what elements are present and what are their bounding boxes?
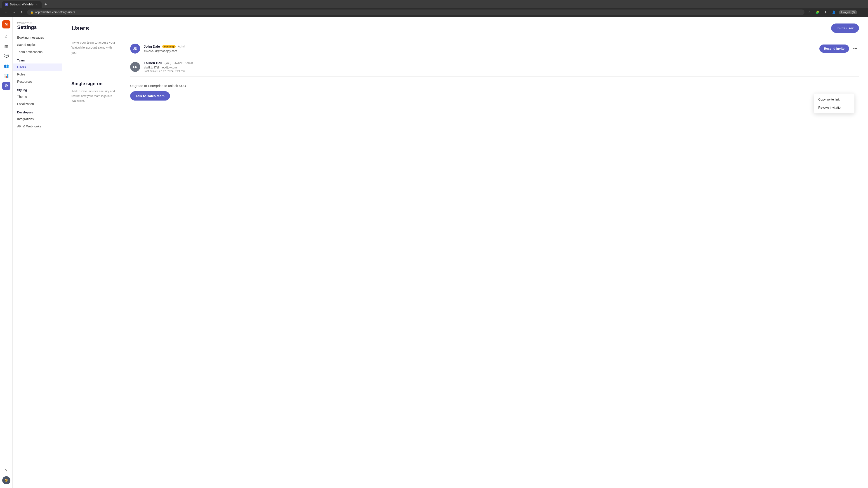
team-notifications-label: Team notifications (17, 50, 42, 54)
sidebar-workspace: Moodjoy7434 (17, 21, 58, 24)
sso-upgrade-text: Upgrade to Enterprise to unlock SSO (130, 84, 859, 88)
users-list: JD John Dale Pending Admin 404a6a0d@mood… (130, 40, 859, 76)
user-email: ebd11c37@moodjoy.com (144, 66, 855, 69)
sso-upgrade: Upgrade to Enterprise to unlock SSO Talk… (130, 81, 859, 103)
avatar: LD (130, 62, 140, 72)
roles-label: Roles (17, 72, 25, 76)
user-name: John Dale (144, 44, 160, 48)
icon-sidebar: M ⌂ ▦ 💬 👥 📊 ⚙ ? 🐱 (0, 17, 13, 488)
localization-label: Localization (17, 102, 34, 106)
sidebar-item-resources[interactable]: Resources (13, 78, 62, 85)
booking-messages-label: Booking messages (17, 36, 44, 39)
api-webhooks-label: API & Webhooks (17, 125, 41, 128)
settings-icon-btn[interactable]: ⚙ (2, 82, 10, 90)
browser-nav-bar: ← → ↻ 🔒 app.waitwhile.com/settings/users… (0, 8, 868, 17)
table-row: JD John Dale Pending Admin 404a6a0d@mood… (130, 40, 859, 57)
developers-section-header: Developers (13, 107, 62, 116)
integrations-label: Integrations (17, 117, 34, 121)
sso-description: Add SSO to improve security and restrict… (71, 89, 121, 103)
calendar-icon-btn[interactable]: ▦ (2, 42, 10, 50)
sidebar-item-saved-replies[interactable]: Saved replies (13, 41, 62, 48)
user-actions: Resend invite ••• (819, 44, 859, 53)
team-section-header: Team (13, 56, 62, 64)
bookmark-button[interactable]: ☆ (806, 9, 813, 15)
active-tab[interactable]: M Settings | Waitwhile ✕ (2, 1, 41, 8)
more-dots-icon: ••• (853, 46, 858, 51)
incognito-badge: Incognito (2) (839, 10, 857, 14)
users-container: Invite your team to access your Waitwhil… (71, 40, 859, 76)
talk-to-sales-button[interactable]: Talk to sales team (130, 91, 170, 101)
users-icon-btn[interactable]: 👥 (2, 62, 10, 70)
revoke-invitation-item[interactable]: Revoke invitation (814, 103, 855, 111)
user-email: 404a6a0d@moodjoy.com (144, 49, 816, 53)
table-row: LD Lauren Deli (You) Owner Admin ebd11c3… (130, 57, 859, 76)
new-tab-button[interactable]: + (42, 1, 49, 8)
sidebar-item-theme[interactable]: Theme (13, 93, 62, 100)
tab-group: M Settings | Waitwhile ✕ (2, 1, 41, 8)
sidebar-item-api-webhooks[interactable]: API & Webhooks (13, 123, 62, 130)
extensions-button[interactable]: 🧩 (814, 9, 821, 15)
profile-button[interactable]: 👤 (831, 9, 837, 15)
user-name-row: John Dale Pending Admin (144, 44, 816, 48)
download-button[interactable]: ⬇ (823, 9, 829, 15)
user-name: Lauren Deli (144, 61, 162, 65)
invite-user-button[interactable]: Invite user (831, 24, 859, 33)
theme-label: Theme (17, 95, 27, 98)
back-button[interactable]: ← (3, 9, 9, 15)
user-role: Admin (178, 45, 186, 48)
user-name-row: Lauren Deli (You) Owner Admin (144, 61, 855, 65)
logo-button[interactable]: M (2, 20, 10, 29)
user-last-active: Last active Feb 12, 2024, 09:17pm (144, 70, 855, 73)
main-sidebar: Moodjoy7434 Settings Booking messages Sa… (13, 17, 62, 488)
styling-section-header: Styling (13, 85, 62, 93)
nav-actions: ☆ 🧩 ⬇ 👤 Incognito (2) ⋮ (806, 9, 865, 15)
dropdown-menu: Copy invite link Revoke invitation (814, 94, 855, 113)
sso-info: Single sign-on Add SSO to improve securi… (71, 81, 121, 103)
more-options-button[interactable]: ••• (852, 45, 859, 52)
sidebar-header: Moodjoy7434 Settings (13, 21, 62, 34)
user-info: John Dale Pending Admin 404a6a0d@moodjoy… (144, 44, 816, 53)
sidebar-item-integrations[interactable]: Integrations (13, 116, 62, 123)
home-icon-btn[interactable]: ⌂ (2, 32, 10, 40)
help-icon-btn[interactable]: ? (2, 466, 10, 475)
chat-icon-btn[interactable]: 💬 (2, 52, 10, 60)
saved-replies-label: Saved replies (17, 43, 36, 46)
browser-chrome: M Settings | Waitwhile ✕ + ← → ↻ 🔒 app.w… (0, 0, 868, 17)
address-text: app.waitwhile.com/settings/users (35, 11, 75, 14)
resources-label: Resources (17, 80, 32, 84)
user-avatar-btn[interactable]: 🐱 (2, 476, 10, 484)
analytics-icon-btn[interactable]: 📊 (2, 72, 10, 80)
address-bar[interactable]: 🔒 app.waitwhile.com/settings/users (27, 9, 804, 15)
reload-button[interactable]: ↻ (19, 9, 25, 15)
lock-icon: 🔒 (30, 11, 33, 14)
sidebar-item-users[interactable]: Users (13, 64, 62, 71)
incognito-label: Incognito (2) (841, 11, 855, 13)
icon-sidebar-bottom: ? 🐱 (2, 466, 10, 484)
avatar: JD (130, 43, 140, 54)
sidebar-item-roles[interactable]: Roles (13, 71, 62, 78)
user-initials: LD (133, 65, 137, 69)
forward-button[interactable]: → (11, 9, 17, 15)
resend-invite-button[interactable]: Resend invite (819, 44, 849, 53)
sidebar-item-booking-messages[interactable]: Booking messages (13, 34, 62, 41)
app-layout: M ⌂ ▦ 💬 👥 📊 ⚙ ? 🐱 Moodjoy7434 Settings B… (0, 17, 868, 488)
browser-tabs-bar: M Settings | Waitwhile ✕ + (0, 0, 868, 8)
page-title: Users (71, 25, 89, 32)
tab-close-btn[interactable]: ✕ (35, 3, 38, 6)
copy-invite-link-item[interactable]: Copy invite link (814, 95, 855, 103)
user-role: Admin (185, 61, 193, 65)
tab-favicon: M (5, 3, 8, 6)
user-info: Lauren Deli (You) Owner Admin ebd11c37@m… (144, 61, 855, 73)
sidebar-item-team-notifications[interactable]: Team notifications (13, 48, 62, 56)
users-description: Invite your team to access your Waitwhil… (71, 40, 121, 76)
menu-button[interactable]: ⋮ (859, 9, 865, 15)
sidebar-title: Settings (17, 24, 58, 30)
sso-section: Single sign-on Add SSO to improve securi… (71, 81, 859, 103)
sso-title: Single sign-on (71, 81, 121, 86)
tab-label: Settings | Waitwhile (10, 3, 33, 6)
user-role-primary: Owner (174, 61, 182, 65)
page-header: Users Invite user (71, 24, 859, 33)
sidebar-item-localization[interactable]: Localization (13, 100, 62, 107)
users-label: Users (17, 65, 26, 69)
you-label: (You) (164, 61, 172, 65)
